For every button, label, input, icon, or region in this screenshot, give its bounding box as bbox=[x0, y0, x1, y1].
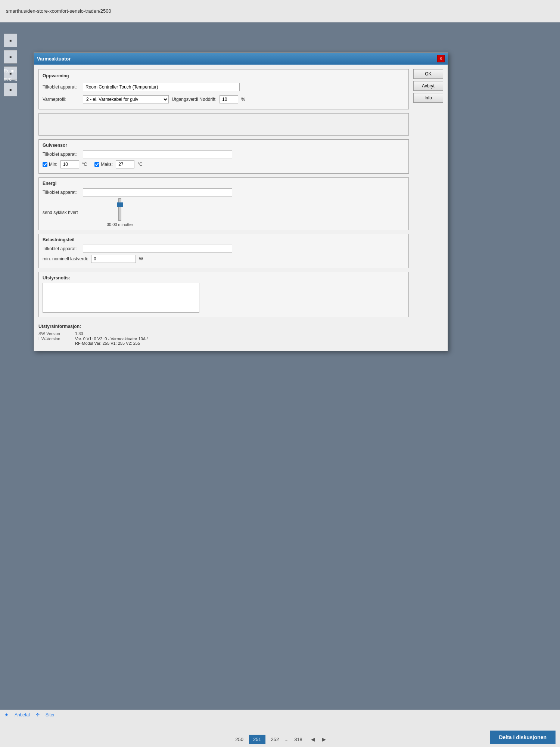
gulvsensor-section: Gulvsensor Tilkoblet apparat: Min: °C bbox=[38, 139, 409, 174]
sw-version-key: SW-Version bbox=[38, 331, 72, 336]
close-button[interactable]: × bbox=[437, 55, 445, 62]
send-syklisk-label: send syklisk hvert bbox=[43, 210, 80, 215]
min-checkbox[interactable] bbox=[43, 162, 47, 167]
belastningsfeil-section: Belastningsfeil Tilkoblet apparat: min. … bbox=[38, 234, 409, 268]
energi-label: Energi bbox=[43, 181, 405, 186]
min-checkbox-row: Min: bbox=[43, 162, 57, 167]
sidebar-icons: ■ ■ ■ ■ bbox=[4, 34, 17, 96]
left-panel: Room ntroll... bbox=[4, 67, 17, 83]
utstyrsinformasjon-label: Utstyrsinformasjon: bbox=[38, 324, 409, 329]
min-unit: °C bbox=[82, 162, 87, 167]
gulvsensor-tilkoblet-row: Tilkoblet apparat: bbox=[43, 150, 405, 158]
bottom-bar: ★ Anbefal ✣ Siter 250 251 252 ... 318 ◀ … bbox=[0, 710, 560, 747]
min-nominell-unit: W bbox=[139, 256, 143, 261]
min-nominell-label: min. nominell lastverdi: bbox=[43, 256, 88, 261]
energi-tilkoblet-input[interactable] bbox=[83, 188, 232, 196]
varmeprofil-label: Varmeprofil: bbox=[43, 97, 80, 102]
sidebar-item-ntroll[interactable]: ntroll... bbox=[4, 75, 17, 84]
hw-version-value: Var. 0 V1: 0 V2: 0 - Varmeaktuator 10A /… bbox=[75, 337, 148, 345]
min-nominell-input[interactable] bbox=[91, 255, 136, 263]
page-252[interactable]: 252 bbox=[267, 735, 283, 744]
maks-label: Maks: bbox=[101, 162, 113, 167]
title-bar: Varmeaktuator × bbox=[34, 53, 448, 65]
utstyrsnotis-label: Utstyrsnotis: bbox=[43, 275, 405, 280]
varmeprofil-select[interactable]: 2 - el. Varmekabel for gulv bbox=[83, 95, 169, 103]
maks-checkbox[interactable] bbox=[94, 162, 99, 167]
utgangsverdi-label: Utgangsverdi Nøddrift: bbox=[172, 97, 217, 102]
energi-section: Energi Tilkoblet apparat: send syklisk h… bbox=[38, 177, 409, 230]
tilkoblet-apparat-row: Tilkoblet apparat: bbox=[43, 83, 405, 91]
utstyrsnotis-textarea[interactable] bbox=[43, 283, 199, 313]
page-318[interactable]: 318 bbox=[290, 735, 307, 744]
hw-version-row: HW-Version Var. 0 V1: 0 V2: 0 - Varmeakt… bbox=[38, 337, 409, 345]
tilkoblet-apparat-label: Tilkoblet apparat: bbox=[43, 84, 80, 90]
discuss-button[interactable]: Delta i diskusjonen bbox=[490, 731, 556, 744]
cancel-button[interactable]: Avbryt bbox=[413, 81, 443, 91]
page-250[interactable]: 250 bbox=[231, 735, 248, 744]
belastningsfeil-tilkoblet-label: Tilkoblet apparat: bbox=[43, 246, 80, 251]
maks-checkbox-row: Maks: bbox=[94, 162, 113, 167]
sidebar-icon-4[interactable]: ■ bbox=[4, 83, 17, 96]
bookmark-separator: ✣ bbox=[36, 712, 40, 717]
bookmarks-icon: ★ bbox=[4, 712, 9, 717]
tilkoblet-apparat-input[interactable] bbox=[83, 83, 240, 91]
min-nominell-row: min. nominell lastverdi: W bbox=[43, 255, 405, 263]
gulvsensor-minmax-row: Min: °C Maks: °C bbox=[43, 160, 405, 168]
energi-tilkoblet-row: Tilkoblet apparat: bbox=[43, 188, 405, 196]
utgangsverdi-unit: % bbox=[241, 97, 245, 102]
belastningsfeil-tilkoblet-row: Tilkoblet apparat: bbox=[43, 245, 405, 253]
energy-send-row: send syklisk hvert 30:00 minutter bbox=[43, 198, 405, 227]
dialog-buttons: OK Avbryt Info bbox=[413, 69, 443, 346]
oppvarming-section: Oppvarming Tilkoblet apparat: Varmeprofi… bbox=[38, 69, 409, 109]
sidebar-item-room[interactable]: Room bbox=[4, 67, 17, 75]
slider-area: 30:00 minutter bbox=[107, 198, 133, 227]
sidebar-icon-1[interactable]: ■ bbox=[4, 34, 17, 47]
page-arrow-next[interactable]: ▶ bbox=[319, 735, 329, 744]
page-ellipsis: ... bbox=[284, 737, 289, 742]
energi-tilkoblet-label: Tilkoblet apparat: bbox=[43, 190, 80, 195]
bookmarks-bar: ★ Anbefal ✣ Siter bbox=[0, 710, 560, 720]
sw-version-row: SW-Version 1.30 bbox=[38, 331, 409, 336]
spacer-area bbox=[38, 113, 409, 136]
hw-version-key: HW-Version bbox=[38, 337, 72, 345]
dialog-title: Varmeaktuator bbox=[37, 56, 71, 62]
utstyrsinformasjon-section: Utstyrsinformasjon: SW-Version 1.30 HW-V… bbox=[38, 324, 409, 346]
varmeprofil-row: Varmeprofil: 2 - el. Varmekabel for gulv… bbox=[43, 95, 405, 103]
ok-button[interactable]: OK bbox=[413, 69, 443, 79]
sidebar-icon-2[interactable]: ■ bbox=[4, 50, 17, 63]
belastningsfeil-label: Belastningsfeil bbox=[43, 237, 405, 242]
slider-thumb[interactable] bbox=[117, 202, 123, 207]
dialog-body: Oppvarming Tilkoblet apparat: Varmeprofi… bbox=[34, 65, 448, 351]
gulvsensor-label: Gulvsensor bbox=[43, 143, 405, 148]
maks-unit: °C bbox=[137, 162, 142, 167]
pagination-bar: 250 251 252 ... 318 ◀ ▶ bbox=[0, 732, 560, 747]
belastningsfeil-tilkoblet-input[interactable] bbox=[83, 245, 232, 253]
browser-bar: smarthus/den-store-xcomfort-sensio-trade… bbox=[0, 0, 560, 22]
utgangsverdi-input[interactable] bbox=[220, 95, 238, 103]
bookmark-siter[interactable]: Siter bbox=[46, 712, 55, 717]
slider-label: 30:00 minutter bbox=[107, 222, 133, 227]
sw-version-value: 1.30 bbox=[75, 331, 83, 336]
maks-input[interactable] bbox=[116, 160, 134, 168]
gulvsensor-tilkoblet-input[interactable] bbox=[83, 150, 232, 158]
utstyrsnotis-section: Utstyrsnotis: bbox=[38, 272, 409, 317]
desktop: ■ ■ ■ ■ Room ntroll... Varmeaktuator × O… bbox=[0, 22, 560, 747]
gulvsensor-tilkoblet-label: Tilkoblet apparat: bbox=[43, 152, 80, 157]
min-input[interactable] bbox=[60, 160, 79, 168]
bookmark-anbefal[interactable]: Anbefal bbox=[15, 712, 30, 717]
info-button[interactable]: Info bbox=[413, 93, 443, 103]
dialog-window: Varmeaktuator × Oppvarming Tilkoblet app… bbox=[34, 52, 448, 351]
dialog-main: Oppvarming Tilkoblet apparat: Varmeprofi… bbox=[38, 69, 409, 346]
page-251[interactable]: 251 bbox=[249, 735, 265, 744]
oppvarming-label: Oppvarming bbox=[43, 73, 405, 78]
slider-track[interactable] bbox=[118, 198, 121, 221]
page-arrow-prev[interactable]: ◀ bbox=[308, 735, 318, 744]
browser-url: smarthus/den-store-xcomfort-sensio-trade… bbox=[6, 8, 111, 14]
min-label: Min: bbox=[49, 162, 57, 167]
